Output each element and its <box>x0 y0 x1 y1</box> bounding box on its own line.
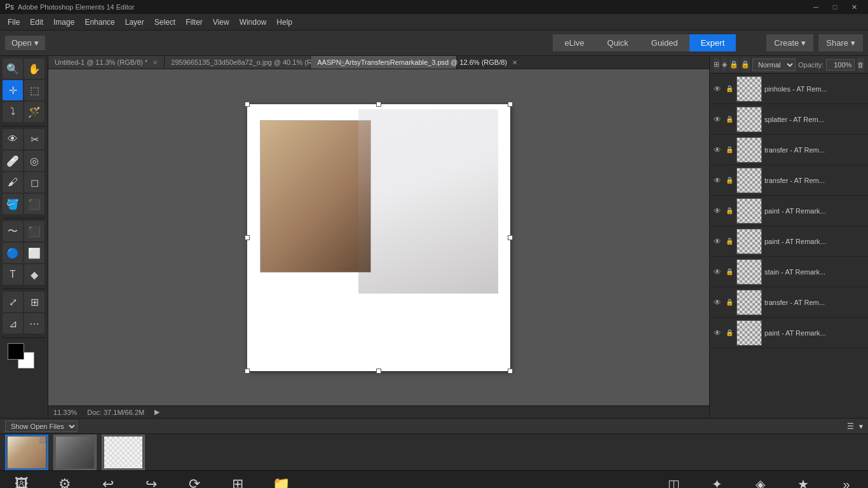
menu-help[interactable]: Help <box>271 17 297 28</box>
menu-enhance[interactable]: Enhance <box>79 17 119 28</box>
layer-lock-4[interactable]: 🔒 <box>725 176 734 185</box>
photo-bin-tool[interactable]: 🖼 Photo Bin <box>0 471 43 489</box>
effects-panel-tool[interactable]: ✦ Effects <box>695 471 738 489</box>
layer-item-2[interactable]: 👁 🔒 splatter - AT Rem... <box>710 104 868 135</box>
favorites-panel-tool[interactable]: ★ Favorites <box>782 471 825 489</box>
layer-lock-1[interactable]: 🔒 <box>725 85 734 93</box>
transform-handle-bc[interactable] <box>376 369 381 374</box>
tab-expert[interactable]: Expert <box>689 34 736 51</box>
layer-lock-2[interactable]: 🔒 <box>725 115 734 124</box>
layer-item-4[interactable]: 👁 🔒 transfer - AT Rem... <box>710 165 868 196</box>
magnetic-tool[interactable]: ⋯ <box>24 313 44 334</box>
maximize-button[interactable]: □ <box>826 0 844 14</box>
layer-item-9[interactable]: 👁 🔒 paint - AT Remark... <box>710 318 868 348</box>
transform-handle-mr[interactable] <box>508 235 513 240</box>
menu-layer[interactable]: Layer <box>120 17 149 28</box>
layer-item-1[interactable]: 👁 🔒 pinholes - AT Rem... <box>710 74 868 104</box>
photo-thumb-2[interactable] <box>53 435 97 470</box>
layer-visibility-9[interactable]: 👁 <box>712 328 722 338</box>
layer-lock-3[interactable]: 🔒 <box>725 146 734 154</box>
marquee-tool[interactable]: ⬚ <box>24 80 44 100</box>
tab-3-close[interactable]: ✕ <box>512 59 517 66</box>
layer-item-5[interactable]: 👁 🔒 paint - AT Remark... <box>710 196 868 226</box>
minimize-button[interactable]: ─ <box>807 0 825 14</box>
tab-guided[interactable]: Guided <box>640 34 689 51</box>
eraser-tool[interactable]: ◻ <box>24 172 44 193</box>
photo-bin-filter-select[interactable]: Show Open Files <box>5 421 78 432</box>
healing-tool[interactable]: 🩹 <box>3 151 23 171</box>
tab-elive[interactable]: eLive <box>553 34 595 51</box>
layer-item-8[interactable]: 👁 🔒 transfer - AT Rem... <box>710 287 868 318</box>
menu-image[interactable]: Image <box>48 17 79 28</box>
pattern-tool[interactable]: ⬜ <box>24 243 44 263</box>
photo-thumb-1[interactable]: ★ <box>5 435 48 470</box>
layer-visibility-8[interactable]: 👁 <box>712 297 722 308</box>
text-tool[interactable]: T <box>3 264 23 285</box>
layer-lock-8[interactable]: 🔒 <box>725 298 734 307</box>
close-button[interactable]: ✕ <box>845 0 863 14</box>
more-panel-tool[interactable]: » More <box>825 471 868 489</box>
brush-tool[interactable]: 🖌 <box>3 172 23 193</box>
layer-visibility-5[interactable]: 👁 <box>712 206 722 216</box>
hand-tool[interactable]: ✋ <box>24 58 44 79</box>
graphics-panel-tool[interactable]: ◈ Graphics <box>738 471 782 489</box>
menu-file[interactable]: File <box>3 17 25 28</box>
photo-thumb-3[interactable] <box>102 435 145 470</box>
photo-bin-menu-icon[interactable]: ☰ <box>847 422 854 431</box>
layers-panel-icon1[interactable]: ⊞ <box>714 58 719 72</box>
menu-view[interactable]: View <box>208 17 234 28</box>
layout-tool[interactable]: ⊞ Layout <box>216 471 259 489</box>
transform-handle-bl[interactable] <box>245 369 250 374</box>
layer-lock-5[interactable]: 🔒 <box>725 207 734 215</box>
layer-visibility-6[interactable]: 👁 <box>712 236 722 247</box>
layer-lock-6[interactable]: 🔒 <box>725 237 734 246</box>
tab-2-close[interactable]: ✕ <box>340 59 345 66</box>
photo-bin-dropdown-icon[interactable]: ▾ <box>859 422 863 431</box>
opacity-input[interactable] <box>826 59 855 71</box>
undo-tool[interactable]: ↩ Undo <box>86 471 130 489</box>
transform-tool[interactable]: ⤢ <box>3 292 23 312</box>
layer-visibility-7[interactable]: 👁 <box>712 267 722 277</box>
transform-handle-tl[interactable] <box>245 102 250 107</box>
crop-tool[interactable]: ✂ <box>24 129 44 149</box>
title-bar-controls[interactable]: ─ □ ✕ <box>807 0 863 14</box>
layer-item-6[interactable]: 👁 🔒 paint - AT Remark... <box>710 226 868 257</box>
status-arrow[interactable]: ▶ <box>154 408 159 416</box>
layers-panel-trash[interactable]: 🗑 <box>857 58 864 72</box>
layer-item-7[interactable]: 👁 🔒 stain - AT Remark... <box>710 257 868 287</box>
menu-edit[interactable]: Edit <box>25 17 48 28</box>
transform-handle-br[interactable] <box>508 369 513 374</box>
menu-window[interactable]: Window <box>234 17 272 28</box>
tab-quick[interactable]: Quick <box>596 34 640 51</box>
document-tab-2[interactable]: 2959665135_33d50e8a72_o.jpg @ 40.1% (RGB… <box>165 56 311 69</box>
paint-bucket-tool[interactable]: 🪣 <box>3 194 23 214</box>
layer-visibility-4[interactable]: 👁 <box>712 175 722 186</box>
move-tool[interactable]: ✛ <box>3 80 23 100</box>
tool-options-tool[interactable]: ⚙ Tool Options <box>43 471 86 489</box>
redo-tool[interactable]: ↪ Redo <box>130 471 173 489</box>
spot-tool[interactable]: ◎ <box>24 151 44 171</box>
layer-visibility-2[interactable]: 👁 <box>712 114 722 125</box>
layers-panel-icon2[interactable]: ◈ <box>722 58 727 72</box>
document-tab-1[interactable]: Untitled-1 @ 11.3% (RGB/8) * ✕ <box>48 56 165 69</box>
custom-shape-tool[interactable]: ◆ <box>24 264 44 285</box>
layer-lock-7[interactable]: 🔒 <box>725 268 734 276</box>
transform-handle-tr[interactable] <box>508 102 513 107</box>
arrange-tool[interactable]: ⊞ <box>24 292 44 312</box>
transform-handle-ml[interactable] <box>245 235 250 240</box>
zoom-tool[interactable]: 🔍 <box>3 58 23 79</box>
tab-1-close[interactable]: ✕ <box>153 59 158 66</box>
lasso-tool[interactable]: ⤵ <box>3 102 23 122</box>
layer-lock-9[interactable]: 🔒 <box>725 329 734 337</box>
layer-item-3[interactable]: 👁 🔒 transfer - AT Rem... <box>710 135 868 165</box>
organizer-tool[interactable]: 📁 Organizer <box>259 471 302 489</box>
foreground-color-swatch[interactable] <box>8 343 24 360</box>
layers-panel-tool[interactable]: ◫ Layers <box>652 471 695 489</box>
straighten-tool[interactable]: ⊿ <box>3 313 23 334</box>
eyedropper-tool[interactable]: 👁 <box>3 129 23 149</box>
layers-panel-icon3[interactable]: 🔒 <box>729 58 738 72</box>
layer-visibility-1[interactable]: 👁 <box>712 84 722 94</box>
share-button[interactable]: Share ▾ <box>818 34 863 51</box>
smudge-tool[interactable]: 〜 <box>3 221 23 241</box>
shape-tool[interactable]: ⬛ <box>24 194 44 214</box>
